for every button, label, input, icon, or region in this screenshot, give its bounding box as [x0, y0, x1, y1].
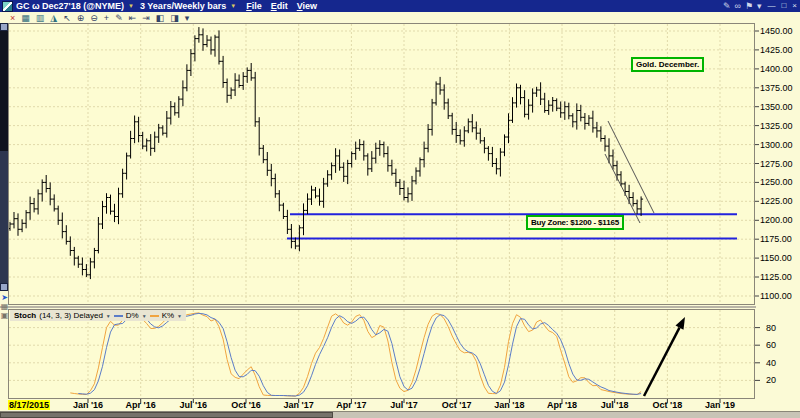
titlebar-right-icons: ✎∞⚑▾—□× [723, 0, 800, 12]
date-tick-label: Jul '18 [601, 400, 629, 410]
price-tick-label: 1175.00 [760, 234, 792, 244]
menu-view[interactable]: View [297, 0, 317, 12]
date-tick-label: Jan '18 [494, 400, 524, 410]
date-tick-label: Jan '17 [284, 400, 314, 410]
price-tick-label: 1300.00 [760, 140, 793, 150]
price-tick-label: 1150.00 [760, 253, 792, 263]
window-icon [2, 1, 13, 12]
stoch-indicator-header: Stoch (14, 3, 3) Delayed ▼ D% ▼ K% ▼ [10, 310, 186, 321]
scroll-mode-icon[interactable]: ➤ [0, 293, 9, 302]
start-date-label: 8/17/2015 [8, 400, 50, 410]
buy-zone-annotation[interactable]: Buy Zone: $1200 - $1165 [526, 215, 624, 230]
stoch-name: Stoch [14, 311, 36, 320]
date-tick-label: Apr '18 [547, 400, 577, 410]
price-tick-label: 1400.00 [760, 64, 793, 74]
k-line-dropdown-icon[interactable]: ▼ [177, 313, 182, 319]
date-tick-label: Jan '19 [705, 400, 735, 410]
price-tick-label: 1100.00 [760, 291, 792, 301]
date-tick-label: Jan '16 [73, 400, 103, 410]
stoch-tick-label: 20 [766, 375, 776, 385]
flag-dropdown-icon[interactable]: ▾ [757, 0, 762, 12]
price-tick-label: 1325.00 [760, 121, 793, 131]
stoch-params-dropdown-icon[interactable]: ▼ [106, 313, 111, 319]
menu-edit[interactable]: Edit [271, 0, 288, 12]
date-tick-label: Jul '16 [179, 400, 207, 410]
date-tick-label: Oct '17 [442, 400, 472, 410]
k-line-swatch [150, 315, 159, 317]
vertical-scrollbar[interactable] [0, 23, 8, 291]
stoch-tick-label: 40 [766, 358, 776, 368]
date-tick-label: Oct '18 [653, 400, 683, 410]
link-icon[interactable]: ∞ [734, 0, 740, 12]
price-tick-label: 1225.00 [760, 196, 793, 206]
vertical-scrollbar-thumb[interactable] [0, 31, 8, 151]
price-tick-label: 1275.00 [760, 159, 793, 169]
symbol-title[interactable]: GC ω Dec27'18 (@NYME) [16, 0, 124, 12]
stoch-tick-label: 80 [766, 323, 776, 333]
price-tick-label: 1125.00 [760, 272, 792, 282]
menu-file[interactable]: File [246, 0, 262, 12]
price-tick-label: 1425.00 [760, 45, 793, 55]
symbol-dropdown-icon[interactable]: ▼ [128, 0, 134, 12]
price-tick-label: 1375.00 [760, 83, 793, 93]
pane-splitter[interactable] [0, 306, 756, 308]
price-tick-label: 1350.00 [760, 102, 793, 112]
stoch-tick-label: 60 [766, 340, 776, 350]
scroll-up-button[interactable] [0, 23, 8, 31]
stoch-params[interactable]: (14, 3, 3) Delayed [39, 311, 103, 320]
price-tick-label: 1250.00 [760, 177, 793, 187]
gold-december-annotation[interactable]: Gold. December. [631, 57, 704, 72]
maximize-icon[interactable]: □ [781, 0, 786, 12]
panel-grid-icon[interactable]: ▦ [0, 302, 9, 311]
scroll-down-button[interactable] [0, 283, 8, 291]
date-tick-label: Apr '16 [126, 400, 156, 410]
pencil-icon[interactable]: ✎ [723, 0, 731, 12]
k-line-label[interactable]: K% [162, 311, 174, 320]
close-icon[interactable]: × [792, 0, 797, 12]
horizontal-scrollbar[interactable] [0, 411, 800, 418]
date-tick-label: Apr '17 [336, 400, 366, 410]
timeframe-title[interactable]: 3 Years/Weekly bars [140, 0, 226, 12]
title-bar: GC ω Dec27'18 (@NYME) ▼ 3 Years/Weekly b… [0, 0, 800, 12]
d-line-swatch [114, 315, 123, 317]
timeframe-dropdown-icon[interactable]: ▼ [230, 0, 236, 12]
d-line-dropdown-icon[interactable]: ▼ [142, 313, 147, 319]
d-line-label[interactable]: D% [126, 311, 139, 320]
price-tick-label: 1200.00 [760, 215, 793, 225]
flag-icon[interactable]: ⚑ [745, 0, 753, 12]
horizontal-scrollbar-thumb[interactable] [0, 412, 333, 418]
minimize-icon[interactable]: — [767, 0, 775, 12]
date-tick-label: Jul '17 [390, 400, 418, 410]
menu-bar: FileEditView [246, 0, 317, 12]
date-tick-label: Oct '16 [231, 400, 261, 410]
price-tick-label: 1450.00 [760, 26, 793, 36]
panel-close-icon[interactable]: ▣ [0, 311, 9, 320]
